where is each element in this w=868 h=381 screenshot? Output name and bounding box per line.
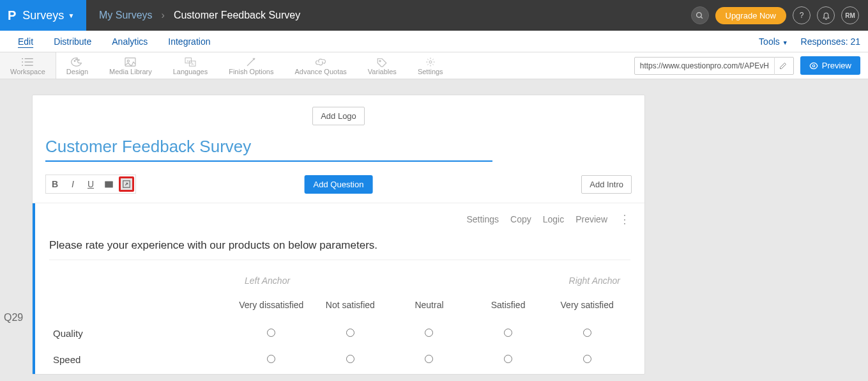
svg-point-10 bbox=[79, 59, 80, 61]
add-question-button[interactable]: Add Question bbox=[305, 175, 373, 194]
workspace-icon bbox=[20, 56, 34, 68]
gear-icon bbox=[423, 56, 438, 68]
caret-down-icon: ▼ bbox=[782, 40, 788, 46]
wand-icon bbox=[244, 56, 258, 68]
format-toolbar: B I U bbox=[45, 175, 136, 194]
row-label[interactable]: Quality bbox=[53, 328, 232, 339]
toolbar-design[interactable]: Design bbox=[56, 52, 99, 79]
help-button[interactable]: ? bbox=[793, 6, 811, 24]
toolbar-variables[interactable]: Variables bbox=[358, 52, 407, 79]
toolbar-media[interactable]: Media Library bbox=[99, 52, 163, 79]
bell-icon bbox=[822, 12, 830, 20]
palette-icon bbox=[70, 56, 84, 68]
upgrade-button[interactable]: Upgrade Now bbox=[715, 7, 787, 24]
toolbar-quotas[interactable]: Advance Quotas bbox=[284, 52, 357, 79]
matrix-radio[interactable] bbox=[425, 329, 433, 337]
responses-count[interactable]: Responses: 21 bbox=[801, 36, 860, 47]
survey-panel: Add Logo Customer Feedback Survey B I U … bbox=[32, 95, 645, 375]
svg-point-20 bbox=[812, 65, 815, 67]
eye-icon bbox=[809, 61, 818, 70]
tag-icon bbox=[375, 56, 389, 68]
matrix-radio[interactable] bbox=[583, 329, 591, 337]
question-block: Settings Copy Logic Preview ⋮ Please rat… bbox=[33, 203, 644, 374]
survey-url-input[interactable] bbox=[635, 61, 774, 70]
matrix-radio[interactable] bbox=[504, 329, 512, 337]
question-preview[interactable]: Preview bbox=[575, 214, 607, 224]
column-header[interactable]: Neutral bbox=[390, 297, 469, 313]
pencil-icon bbox=[779, 62, 787, 70]
add-intro-button[interactable]: Add Intro bbox=[581, 175, 632, 194]
question-text[interactable]: Please rate your experience with our pro… bbox=[49, 239, 630, 260]
svg-text:x: x bbox=[187, 59, 188, 63]
brand-section[interactable]: P Surveys ▼ bbox=[0, 0, 86, 31]
bold-button[interactable]: B bbox=[47, 176, 63, 192]
tab-integration[interactable]: Integration bbox=[158, 31, 220, 52]
column-header[interactable]: Very dissatisfied bbox=[232, 297, 311, 313]
row-label[interactable]: Speed bbox=[53, 354, 232, 365]
right-anchor[interactable]: Right Anchor bbox=[569, 276, 620, 286]
breadcrumb: My Surveys › Customer Feedback Survey bbox=[86, 10, 313, 21]
matrix-radio[interactable] bbox=[504, 355, 512, 363]
breadcrumb-separator: › bbox=[162, 10, 165, 21]
toolbar-settings[interactable]: Settings bbox=[407, 52, 454, 79]
tab-edit[interactable]: Edit bbox=[8, 31, 43, 52]
matrix-radio[interactable] bbox=[267, 329, 275, 337]
matrix-radio[interactable] bbox=[346, 329, 354, 337]
italic-button[interactable]: I bbox=[65, 176, 80, 192]
product-name: Surveys bbox=[22, 9, 64, 22]
search-button[interactable] bbox=[691, 6, 709, 24]
svg-point-18 bbox=[379, 60, 381, 61]
svg-line-17 bbox=[247, 59, 254, 66]
tools-dropdown[interactable]: Tools ▼ bbox=[759, 36, 788, 47]
survey-url-box bbox=[634, 57, 794, 75]
column-header[interactable]: Very satisfied bbox=[547, 297, 627, 313]
column-header[interactable]: Not satisfied bbox=[311, 297, 390, 313]
edit-url-button[interactable] bbox=[774, 57, 792, 75]
tab-distribute[interactable]: Distribute bbox=[43, 31, 102, 52]
toolbar-languages[interactable]: xA Languages bbox=[163, 52, 218, 79]
svg-text:A: A bbox=[192, 61, 194, 65]
link-icon bbox=[314, 56, 328, 68]
svg-point-8 bbox=[74, 60, 75, 61]
svg-point-19 bbox=[429, 61, 432, 63]
svg-point-0 bbox=[697, 12, 702, 17]
languages-icon: xA bbox=[183, 56, 197, 68]
svg-point-9 bbox=[76, 59, 77, 60]
svg-point-12 bbox=[128, 59, 130, 61]
question-logic[interactable]: Logic bbox=[543, 214, 564, 224]
column-header[interactable]: Satisfied bbox=[469, 297, 548, 313]
logo-icon: P bbox=[8, 8, 16, 23]
underline-button[interactable]: U bbox=[83, 176, 98, 192]
user-avatar[interactable]: RM bbox=[841, 6, 859, 24]
left-anchor[interactable]: Left Anchor bbox=[245, 276, 290, 286]
svg-rect-21 bbox=[105, 181, 113, 187]
breadcrumb-root[interactable]: My Surveys bbox=[99, 10, 153, 21]
chevron-down-icon: ▼ bbox=[68, 12, 74, 19]
tab-analytics[interactable]: Analytics bbox=[102, 31, 158, 52]
question-icon: ? bbox=[800, 11, 804, 20]
matrix-radio[interactable] bbox=[267, 355, 275, 363]
toolbar-workspace[interactable]: Workspace bbox=[0, 52, 56, 79]
breadcrumb-current: Customer Feedback Survey bbox=[174, 10, 300, 21]
survey-title[interactable]: Customer Feedback Survey bbox=[45, 137, 492, 162]
question-copy[interactable]: Copy bbox=[510, 214, 531, 224]
kebab-menu[interactable]: ⋮ bbox=[619, 212, 630, 226]
matrix-radio[interactable] bbox=[425, 355, 433, 363]
svg-line-1 bbox=[701, 17, 703, 19]
search-icon bbox=[696, 12, 704, 20]
question-settings[interactable]: Settings bbox=[466, 214, 499, 224]
notifications-button[interactable] bbox=[817, 6, 835, 24]
expand-editor-button[interactable] bbox=[119, 176, 134, 192]
matrix-radio[interactable] bbox=[583, 355, 591, 363]
image-icon bbox=[123, 56, 137, 68]
insert-image-button[interactable] bbox=[101, 176, 116, 192]
preview-button[interactable]: Preview bbox=[800, 56, 860, 75]
image-icon bbox=[104, 180, 114, 189]
matrix-radio[interactable] bbox=[346, 355, 354, 363]
add-logo-button[interactable]: Add Logo bbox=[312, 107, 365, 125]
popout-icon bbox=[122, 180, 131, 189]
question-number: Q29 bbox=[4, 312, 23, 323]
toolbar-finish[interactable]: Finish Options bbox=[218, 52, 284, 79]
